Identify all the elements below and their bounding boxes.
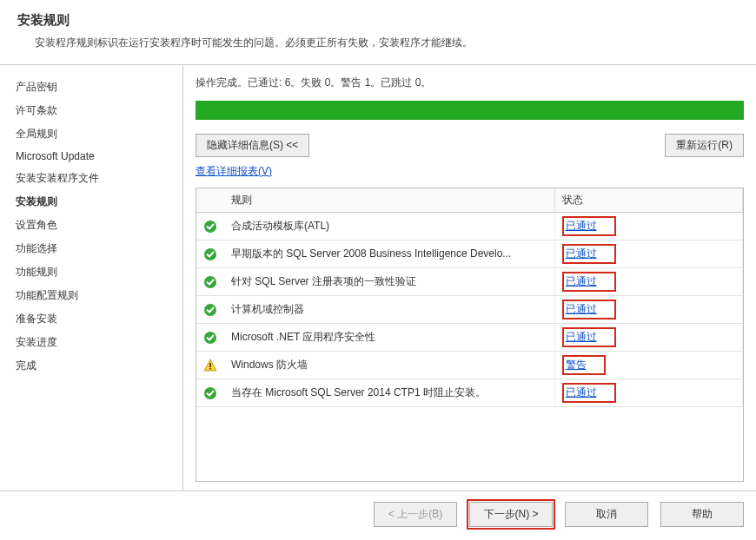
sidebar-item-12[interactable]: 完成 <box>16 354 182 378</box>
rule-cell: 早期版本的 SQL Server 2008 Business Intellige… <box>224 240 554 268</box>
page-title: 安装规则 <box>17 12 739 29</box>
table-row: 当存在 Microsoft SQL Server 2014 CTP1 时阻止安装… <box>196 379 743 407</box>
col-header-status: 状态 <box>554 188 743 213</box>
check-icon <box>196 268 224 296</box>
status-cell: 已通过 <box>554 324 743 352</box>
help-button[interactable]: 帮助 <box>660 502 744 527</box>
status-line: 操作完成。已通过: 6。失败 0。警告 1。已跳过 0。 <box>196 76 744 90</box>
check-icon <box>196 240 224 268</box>
sidebar-item-4[interactable]: 安装安装程序文件 <box>16 167 182 190</box>
sidebar-item-0[interactable]: 产品密钥 <box>16 76 182 99</box>
table-row: Windows 防火墙警告 <box>196 352 743 379</box>
status-link[interactable]: 警告 <box>566 359 587 371</box>
sidebar-item-6[interactable]: 设置角色 <box>16 214 182 237</box>
col-header-icon <box>196 188 224 213</box>
svg-rect-6 <box>209 368 211 370</box>
status-link[interactable]: 已通过 <box>566 247 597 260</box>
sidebar-item-5[interactable]: 安装规则 <box>16 190 182 214</box>
table-row: 早期版本的 SQL Server 2008 Business Intellige… <box>196 240 743 268</box>
rules-table: 规则 状态 合成活动模板库(ATL)已通过早期版本的 SQL Server 20… <box>196 188 743 407</box>
status-cell: 已通过 <box>554 240 743 268</box>
sidebar-item-2[interactable]: 全局规则 <box>16 122 182 146</box>
footer: < 上一步(B) 下一步(N) > 取消 帮助 <box>0 491 756 537</box>
rule-cell: 合成活动模板库(ATL) <box>224 213 554 240</box>
table-row: 针对 SQL Server 注册表项的一致性验证已通过 <box>196 268 743 296</box>
check-icon <box>196 213 224 240</box>
sidebar-item-7[interactable]: 功能选择 <box>16 237 182 260</box>
table-row: Microsoft .NET 应用程序安全性已通过 <box>196 324 743 352</box>
status-link[interactable]: 已通过 <box>566 386 597 398</box>
rules-table-wrap: 规则 状态 合成活动模板库(ATL)已通过早期版本的 SQL Server 20… <box>196 188 744 482</box>
sidebar-item-8[interactable]: 功能规则 <box>16 260 182 284</box>
hide-details-button[interactable]: 隐藏详细信息(S) << <box>196 134 309 157</box>
sidebar-item-11[interactable]: 安装进度 <box>16 331 182 354</box>
rule-cell: 当存在 Microsoft SQL Server 2014 CTP1 时阻止安装… <box>224 379 554 407</box>
status-cell: 警告 <box>554 352 743 379</box>
cancel-button[interactable]: 取消 <box>565 502 648 527</box>
sidebar: 产品密钥许可条款全局规则Microsoft Update安装安装程序文件安装规则… <box>0 65 182 491</box>
page-subtitle: 安装程序规则标识在运行安装程序时可能发生的问题。必须更正所有失败，安装程序才能继… <box>35 36 739 50</box>
header: 安装规则 安装程序规则标识在运行安装程序时可能发生的问题。必须更正所有失败，安装… <box>0 0 756 65</box>
check-icon <box>196 324 224 352</box>
rule-cell: 计算机域控制器 <box>224 296 554 324</box>
rule-cell: 针对 SQL Server 注册表项的一致性验证 <box>224 268 554 296</box>
rule-cell: Microsoft .NET 应用程序安全性 <box>224 324 554 352</box>
check-icon <box>196 379 224 407</box>
table-row: 计算机域控制器已通过 <box>196 296 743 324</box>
next-button[interactable]: 下一步(N) > <box>469 502 553 527</box>
main-panel: 操作完成。已通过: 6。失败 0。警告 1。已跳过 0。 隐藏详细信息(S) <… <box>182 65 756 491</box>
rerun-button[interactable]: 重新运行(R) <box>665 134 744 157</box>
sidebar-item-1[interactable]: 许可条款 <box>16 99 182 122</box>
svg-rect-5 <box>209 363 211 367</box>
status-link[interactable]: 已通过 <box>566 331 597 343</box>
status-link[interactable]: 已通过 <box>566 275 597 287</box>
status-cell: 已通过 <box>554 379 743 407</box>
status-cell: 已通过 <box>554 296 743 324</box>
table-row: 合成活动模板库(ATL)已通过 <box>196 213 743 240</box>
progress-bar <box>196 101 744 120</box>
back-button[interactable]: < 上一步(B) <box>374 502 457 527</box>
sidebar-item-3[interactable]: Microsoft Update <box>16 146 182 167</box>
view-report-link[interactable]: 查看详细报表(V) <box>196 165 272 177</box>
sidebar-item-10[interactable]: 准备安装 <box>16 307 182 331</box>
status-link[interactable]: 已通过 <box>566 220 597 232</box>
col-header-rule: 规则 <box>224 188 554 213</box>
status-cell: 已通过 <box>554 213 743 240</box>
status-cell: 已通过 <box>554 268 743 296</box>
warning-icon <box>196 352 224 379</box>
sidebar-item-9[interactable]: 功能配置规则 <box>16 284 182 307</box>
rule-cell: Windows 防火墙 <box>224 352 554 379</box>
status-link[interactable]: 已通过 <box>566 303 597 315</box>
check-icon <box>196 296 224 324</box>
